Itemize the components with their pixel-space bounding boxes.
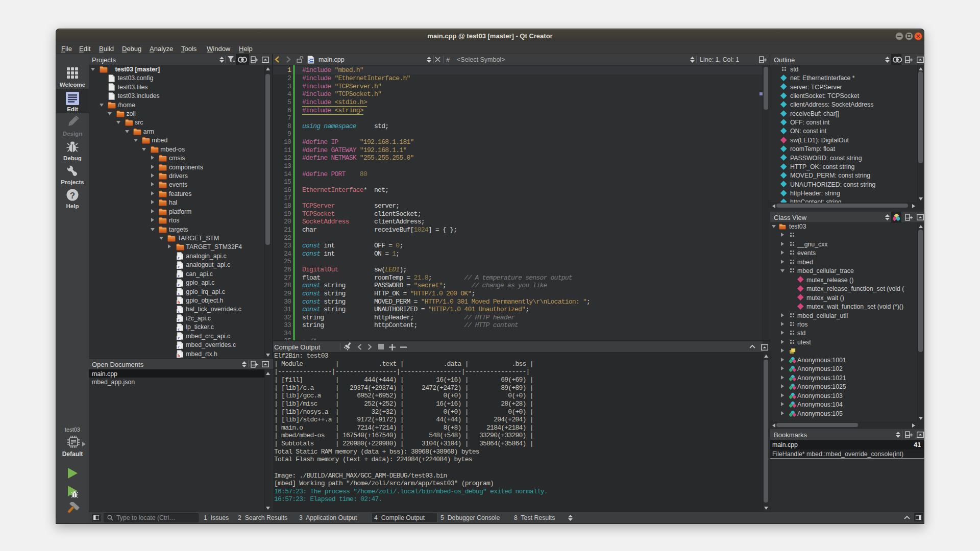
svg-text:?: ?	[70, 191, 75, 201]
svg-text:c: c	[178, 264, 180, 268]
svg-text:c: c	[178, 291, 180, 295]
svg-text:h: h	[177, 354, 180, 358]
svg-text:c: c	[178, 344, 180, 348]
svg-text:C++: C++	[308, 59, 314, 62]
svg-text:c: c	[178, 336, 180, 340]
svg-text:c: c	[178, 309, 180, 313]
svg-text:c: c	[178, 282, 180, 286]
svg-text:c: c	[178, 318, 180, 322]
svg-text:c: c	[178, 256, 180, 260]
svg-text:h: h	[177, 300, 180, 304]
svg-text:c: c	[178, 327, 180, 331]
svg-text:c: c	[178, 273, 180, 278]
